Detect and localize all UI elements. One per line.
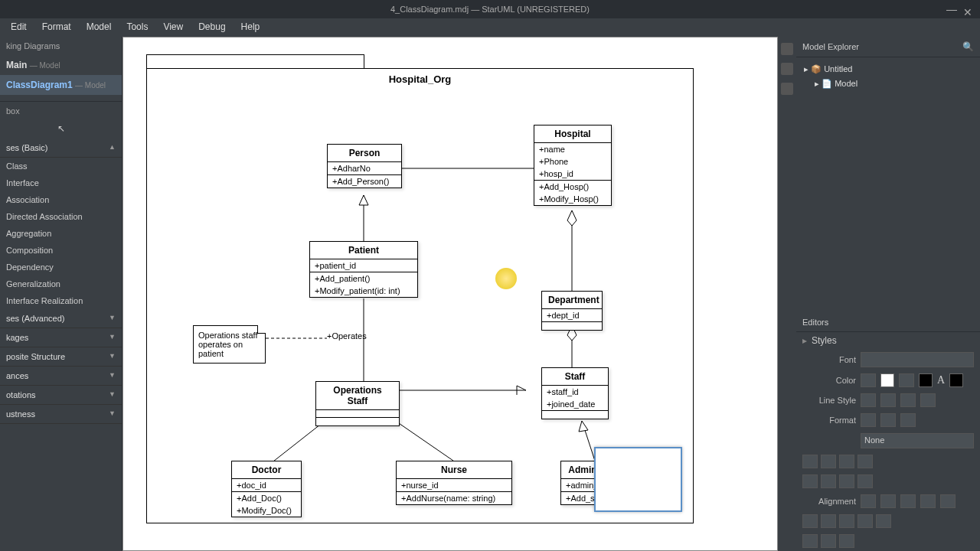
line-oblique-icon[interactable] (880, 393, 896, 407)
pointer-icon[interactable]: ↖ (57, 123, 65, 134)
class-operations-staff[interactable]: Operations Staff (315, 381, 400, 426)
toggle-1-icon[interactable] (802, 455, 818, 468)
toolbox-instances[interactable]: ances▼ (0, 367, 122, 386)
menu-view[interactable]: View (155, 18, 191, 37)
model-explorer-header: Model Explorer 🔍 (796, 37, 980, 57)
class-person[interactable]: Person +AdharNo +Add_Person() (327, 144, 402, 188)
tool-aggregation[interactable]: Aggregation (0, 225, 122, 242)
toolbox-advanced[interactable]: ses (Advanced)▼ (0, 309, 122, 328)
toggle-5-icon[interactable] (802, 474, 818, 488)
toolbox-composite[interactable]: posite Structure▼ (0, 347, 122, 367)
chevron-down-icon: ▼ (109, 371, 116, 380)
right-panel: Model Explorer 🔍 ▸ 📦 Untitled ▸ 📄 Model … (796, 37, 980, 551)
association-label: +Operates (327, 331, 367, 341)
class-hospital[interactable]: Hospital +name+Phone+hosp_id +Add_Hosp()… (534, 125, 612, 206)
class-nurse[interactable]: Nurse +nurse_id +AddNurse(name: string) (396, 461, 512, 505)
line-rect-icon[interactable] (861, 393, 876, 407)
explorer-model[interactable]: ▸ 📄 Model (801, 77, 975, 91)
align-left-icon[interactable] (861, 494, 876, 508)
note-operations[interactable]: Operations staff operates on patient (193, 325, 266, 364)
align-center-icon[interactable] (880, 494, 896, 508)
dist-h-icon[interactable] (802, 514, 818, 528)
format-2-icon[interactable] (880, 413, 896, 427)
format-1-icon[interactable] (861, 413, 876, 427)
class-patient[interactable]: Patient +patient_id +Add_patient()+Modif… (309, 241, 418, 298)
format-label: Format (802, 416, 856, 425)
class-staff[interactable]: Staff +staff_id+joined_date (541, 367, 609, 419)
tool-composition[interactable]: Composition (0, 242, 122, 259)
toggle-7-icon[interactable] (839, 474, 854, 488)
same-size-icon[interactable] (876, 514, 891, 528)
chevron-down-icon: ▼ (109, 409, 116, 419)
line-rounded-icon[interactable] (900, 393, 916, 407)
line-curve-icon[interactable] (920, 393, 936, 407)
search-icon[interactable]: 🔍 (962, 41, 974, 52)
alignment-label: Alignment (802, 497, 856, 506)
grid-snap-icon[interactable] (839, 534, 854, 548)
text-color-swatch[interactable] (949, 373, 963, 387)
pen-icon[interactable] (899, 373, 914, 387)
class-department[interactable]: Department +dept_id (541, 291, 603, 331)
space-h-icon[interactable] (802, 534, 818, 548)
diagram-main[interactable]: Main — Model (0, 55, 122, 75)
toggle-6-icon[interactable] (821, 474, 836, 488)
tool-association[interactable]: Association (0, 191, 122, 208)
font-label: Font (802, 355, 856, 364)
menu-help[interactable]: Help (234, 18, 268, 37)
menu-bar: Edit Format Model Tools View Debug Help (0, 18, 980, 37)
align-right-icon[interactable] (900, 494, 916, 508)
dist-v-icon[interactable] (821, 514, 836, 528)
close-icon[interactable]: ✕ (963, 3, 972, 21)
svg-marker-5 (567, 210, 577, 226)
same-w-icon[interactable] (839, 514, 854, 528)
align-middle-icon[interactable] (940, 494, 956, 508)
toolbox-packages[interactable]: kages▼ (0, 328, 122, 347)
align-top-icon[interactable] (920, 494, 936, 508)
toggle-8-icon[interactable] (858, 474, 873, 488)
color-label: Color (802, 376, 856, 385)
tool-generalization[interactable]: Generalization (0, 276, 122, 292)
title-bar: 4_ClassDiagram.mdj — StarUML (UNREGISTER… (0, 0, 980, 18)
font-select[interactable] (861, 352, 974, 367)
canvas-area[interactable]: Hospital_Org (122, 37, 778, 551)
fill-color-swatch[interactable] (880, 373, 894, 387)
package-tab[interactable] (146, 54, 364, 68)
line-color-swatch[interactable] (919, 373, 933, 387)
tool-dependency[interactable]: Dependency (0, 259, 122, 276)
fill-bucket-icon[interactable] (861, 373, 876, 387)
text-color-icon[interactable]: A (937, 374, 945, 386)
same-h-icon[interactable] (858, 514, 873, 528)
package-body[interactable]: Hospital_Org (146, 68, 694, 523)
menu-edit[interactable]: Edit (3, 18, 34, 37)
stereotype-select[interactable]: None (861, 433, 974, 448)
minimize-icon[interactable]: — (946, 0, 957, 18)
styles-row[interactable]: ▸Styles (796, 332, 980, 349)
toggle-4-icon[interactable] (858, 455, 873, 468)
toggle-2-icon[interactable] (821, 455, 836, 468)
toolbox-annotations[interactable]: otations▼ (0, 386, 122, 405)
tool-interface[interactable]: Interface (0, 174, 122, 191)
tool-directed-association[interactable]: Directed Association (0, 208, 122, 225)
menu-format[interactable]: Format (34, 18, 79, 37)
nav-icon[interactable] (781, 63, 793, 75)
svg-marker-2 (359, 195, 368, 205)
format-3-icon[interactable] (900, 413, 916, 427)
tool-class[interactable]: Class (0, 158, 122, 174)
menu-model[interactable]: Model (79, 18, 119, 37)
chevron-down-icon: ▼ (109, 333, 116, 342)
diagram-classdiagram1[interactable]: ClassDiagram1 — Model (0, 75, 122, 95)
toggle-3-icon[interactable] (839, 455, 854, 468)
space-v-icon[interactable] (821, 534, 836, 548)
toolbox-robustness[interactable]: ustness▼ (0, 405, 122, 424)
grid-icon[interactable] (781, 83, 793, 95)
minimap[interactable] (594, 447, 682, 512)
toolbox-basic-header[interactable]: ses (Basic)▲ (0, 139, 122, 158)
class-doctor[interactable]: Doctor +doc_id +Add_Doc()+Modify_Doc() (231, 461, 302, 517)
tool-interface-realization[interactable]: Interface Realization (0, 292, 122, 309)
editors-header: Editors (796, 313, 980, 332)
menu-tools[interactable]: Tools (119, 18, 155, 37)
explorer-root[interactable]: ▸ 📦 Untitled (801, 62, 975, 77)
svg-line-13 (582, 421, 595, 461)
menu-debug[interactable]: Debug (191, 18, 233, 37)
extension-icon[interactable] (781, 43, 793, 55)
